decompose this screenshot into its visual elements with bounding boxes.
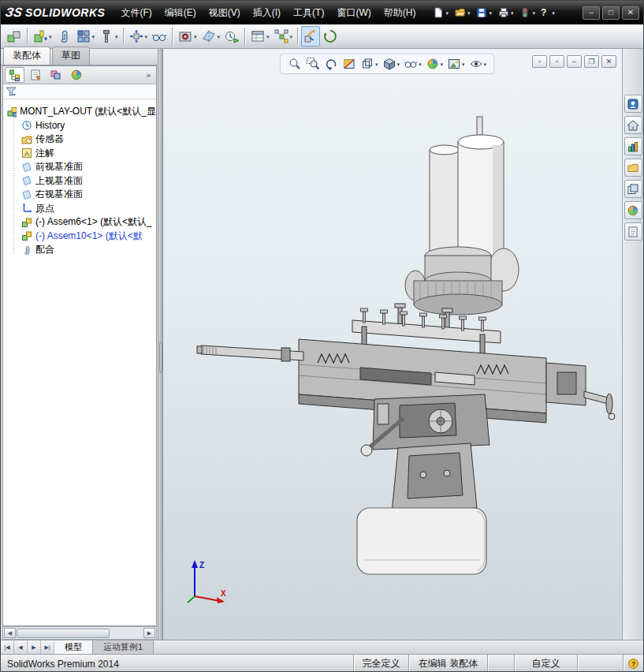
toolbar-options-button[interactable]: ▾	[549, 8, 557, 18]
chevron-down-icon[interactable]: ▾	[290, 34, 293, 39]
hide-show-items-button[interactable]: ▾	[404, 57, 422, 71]
reference-geometry-button[interactable]: ▾	[199, 26, 222, 47]
tab-motion-study-1[interactable]: 运动算例1	[93, 640, 154, 654]
edit-component-button[interactable]	[5, 26, 24, 47]
previous-view-button[interactable]	[324, 57, 338, 71]
mate-button[interactable]	[54, 26, 73, 47]
tree-item-assem10[interactable]: (-) Assem10<1> (默认<默	[3, 230, 156, 244]
tree-item-origin[interactable]: 原点	[3, 202, 156, 216]
view-orientation-button[interactable]: ▾	[360, 57, 378, 71]
graphics-area[interactable]: ▾ ▾ ▾ ▾ ▾ ▾ ▫	[163, 49, 644, 640]
tab-model[interactable]: 模型	[54, 640, 93, 654]
displaymanager-tab[interactable]	[66, 67, 86, 83]
doc-window-button-b[interactable]: ▫	[549, 55, 564, 68]
minimize-button[interactable]: –	[583, 6, 600, 20]
tree-item-sensors[interactable]: 传感器	[3, 133, 156, 147]
chevron-down-icon[interactable]: ▾	[441, 62, 444, 67]
tab-assembly[interactable]: 装配体	[3, 47, 50, 65]
doc-window-button-a[interactable]: ▫	[532, 55, 547, 68]
custom-properties-button[interactable]	[624, 222, 642, 241]
assembly-features-button[interactable]: ▾	[176, 26, 199, 47]
chevron-down-icon[interactable]: ▾	[445, 10, 449, 16]
tree-item-top-plane[interactable]: 上视基准面	[3, 174, 156, 189]
chevron-down-icon[interactable]: ▾	[484, 62, 487, 67]
splitter-grip[interactable]	[159, 342, 162, 372]
edit-appearance-button[interactable]: ▾	[426, 57, 444, 71]
home-button[interactable]	[624, 116, 642, 134]
chevron-down-icon[interactable]: ▾	[92, 34, 95, 39]
print-button[interactable]: ▾	[495, 4, 516, 21]
menu-file[interactable]: 文件(F)	[114, 1, 158, 24]
chevron-down-icon[interactable]: ▾	[266, 34, 270, 39]
chevron-down-icon[interactable]: ▾	[532, 10, 535, 16]
solidworks-resources-button[interactable]	[624, 95, 642, 113]
chevron-down-icon[interactable]: ▾	[467, 10, 471, 16]
scroll-thumb[interactable]	[17, 629, 110, 638]
chevron-down-icon[interactable]: ▾	[375, 62, 378, 67]
doc-restore-button[interactable]: ❐	[584, 55, 599, 68]
menu-help[interactable]: 帮助(H)	[378, 1, 423, 24]
tree-item-root-assembly[interactable]: MONT_LAY-OUT (默认<默认_显	[3, 105, 156, 119]
chevron-down-icon[interactable]: ▾	[397, 62, 400, 67]
menu-view[interactable]: 视图(V)	[203, 1, 247, 24]
apply-scene-button[interactable]: ▾	[447, 57, 465, 71]
panel-overflow-button[interactable]: »	[142, 71, 154, 80]
design-library-button[interactable]	[624, 137, 642, 155]
tree-item-assem6[interactable]: (-) Assem6<1> (默认<默认_	[3, 215, 156, 230]
update-assembly-button[interactable]	[321, 26, 340, 47]
chevron-down-icon[interactable]: ▾	[115, 34, 118, 39]
tab-nav-last-button[interactable]: ▶|	[41, 640, 54, 654]
model-3d-view[interactable]	[163, 49, 644, 640]
view-settings-button[interactable]: ▾	[469, 57, 487, 71]
chevron-down-icon[interactable]: ▾	[419, 62, 422, 67]
status-custom[interactable]: 自定义	[514, 655, 577, 672]
menu-edit[interactable]: 编辑(E)	[158, 1, 203, 24]
scroll-left-button[interactable]: ◀	[4, 628, 16, 638]
featuremanager-tree-tab[interactable]	[5, 67, 24, 83]
instant3d-button[interactable]	[301, 26, 320, 47]
chevron-down-icon[interactable]: ▾	[49, 34, 52, 39]
tree-item-annotations[interactable]: A 注解	[3, 147, 156, 161]
tree-item-front-plane[interactable]: 前视基准面	[3, 160, 156, 174]
doc-minimize-button[interactable]: –	[567, 55, 582, 68]
featuremanager-hscrollbar[interactable]: ◀ ▶	[2, 626, 157, 640]
smart-fasteners-button[interactable]: ▾	[97, 26, 120, 47]
propertymanager-tab[interactable]	[25, 67, 45, 83]
tab-sketch[interactable]: 草图	[52, 47, 90, 65]
new-motion-study-button[interactable]	[222, 26, 241, 47]
menu-insert[interactable]: 插入(I)	[247, 1, 287, 24]
rebuild-button[interactable]: ▾	[516, 4, 538, 21]
chevron-down-icon[interactable]: ▾	[511, 10, 514, 16]
zoom-to-area-button[interactable]	[306, 57, 320, 71]
tree-filter-bar[interactable]	[3, 84, 156, 99]
show-hidden-components-button[interactable]	[150, 26, 169, 47]
help-button[interactable]: ?	[538, 5, 549, 21]
chevron-down-icon[interactable]: ▾	[462, 62, 465, 67]
configurationmanager-tab[interactable]	[46, 67, 65, 83]
scroll-right-button[interactable]: ▶	[143, 628, 155, 638]
save-button[interactable]: ▾	[473, 4, 494, 21]
zoom-to-fit-button[interactable]	[288, 57, 302, 71]
chevron-down-icon[interactable]: ▾	[489, 10, 492, 16]
doc-close-button[interactable]: ✕	[601, 55, 616, 68]
chevron-down-icon[interactable]: ▾	[194, 34, 197, 39]
close-button[interactable]: ✕	[622, 6, 639, 20]
tree-item-history[interactable]: History	[3, 119, 156, 133]
tree-item-mates[interactable]: 配合	[3, 243, 156, 257]
menu-window[interactable]: 窗口(W)	[330, 1, 377, 24]
file-explorer-button[interactable]	[624, 159, 642, 177]
chevron-down-icon[interactable]: ▾	[145, 34, 148, 39]
quick-tips-button[interactable]: ?	[623, 655, 643, 672]
linear-component-pattern-button[interactable]: ▾	[74, 26, 97, 47]
chevron-down-icon[interactable]: ▾	[218, 34, 221, 39]
section-view-button[interactable]	[342, 57, 356, 71]
view-palette-button[interactable]	[624, 180, 642, 198]
bill-of-materials-button[interactable]: ▾	[248, 26, 271, 47]
tab-nav-first-button[interactable]: |◀	[1, 640, 14, 654]
tab-nav-prev-button[interactable]: ◀	[14, 640, 28, 654]
open-button[interactable]: ▾	[452, 4, 473, 21]
appearances-scenes-button[interactable]	[624, 201, 642, 219]
insert-components-button[interactable]: ▾	[31, 26, 54, 47]
panel-splitter[interactable]	[158, 49, 163, 640]
move-component-button[interactable]: ▾	[127, 26, 150, 47]
